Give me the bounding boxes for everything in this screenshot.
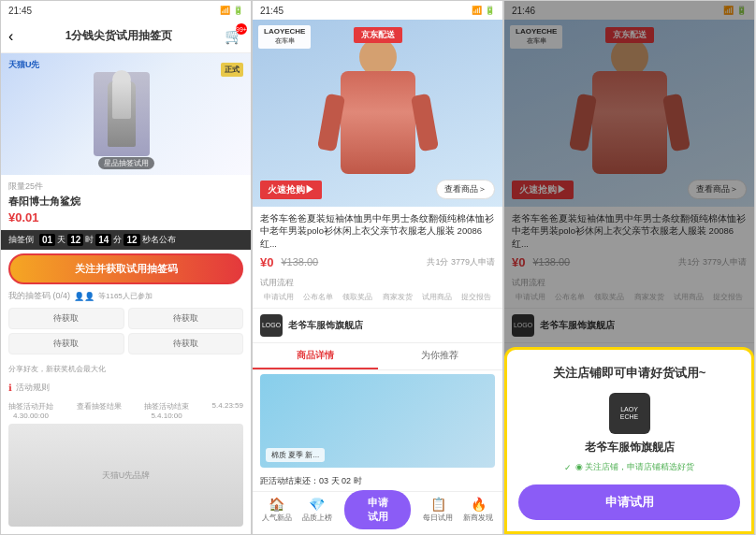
follow-popup-3: 关注店铺即可申请好货试用~ LAOYECHE 老爷车服饰旗舰店 ✓ ◉ 关注店铺… xyxy=(504,1,754,534)
nav-label-quality-2: 品质上榜 xyxy=(302,513,332,523)
days-seg-1: 01 xyxy=(39,234,55,246)
minutes-seg-1: 14 xyxy=(95,234,111,246)
bottom-brand-img-1: 天猫U先品牌 xyxy=(8,424,243,527)
cart-container-1[interactable]: 🛒 99+ xyxy=(225,27,243,45)
popup-store-info-3: LAOYECHE 老爷车服饰旗舰店 ✓ ◉ 关注店铺，申请店铺精选好货 xyxy=(518,393,740,473)
nav-label-daily-2: 每日试用 xyxy=(423,513,453,523)
time-display-1: 21:45 xyxy=(8,6,32,16)
bottom-bar-2: 🏠 人气新品 💎 品质上榜 申请试用 📋 每日试用 🔥 新商发现 xyxy=(253,491,502,528)
nav-item-popular-2[interactable]: 🏠 人气新品 xyxy=(256,497,297,523)
timeline-1: 抽签活动开始 4.30.00:00 查看抽签结果 抽签活动结束 5.4.10:0… xyxy=(1,398,251,424)
person-head-2 xyxy=(359,38,397,76)
store-row-2[interactable]: LOGO 老爷车服饰旗舰店 xyxy=(253,308,502,342)
countdown-time-1: 01天 12时 14分 12 秒名公布 xyxy=(39,234,176,246)
zhengshi-badge-1: 正式 xyxy=(221,63,243,77)
rules-label-1: 活动规则 xyxy=(16,382,50,394)
status-icons-2: 📶 🔋 xyxy=(472,6,495,15)
nav-item-new-2[interactable]: 🔥 新商发现 xyxy=(458,497,499,523)
rules-icon-1: ℹ xyxy=(8,383,12,393)
check-icon-3: ✓ xyxy=(564,463,572,472)
tag-item-1[interactable]: 待获取 xyxy=(8,308,124,329)
daily-icon-2: 📋 xyxy=(430,497,446,512)
phone-panel-1: 21:45 📶 🔋 ‹ 1分钱尖货试用抽签页 🛒 99+ 天猫U先 正式 星品抽… xyxy=(0,0,252,535)
store-badge-2: 京东配送 xyxy=(354,27,402,43)
tag-item-4[interactable]: 待获取 xyxy=(128,333,244,354)
product-info-1: 限量25件 春阳博士角鲨烷 ¥0.01 xyxy=(1,175,251,230)
step-2-2: 公布名单 xyxy=(299,292,337,302)
flash-badge-2[interactable]: 火速抢购▶ xyxy=(260,181,322,199)
tags-label-1: 我的抽签码 (0/4) xyxy=(8,290,70,302)
price-meta-2: 共1分 3779人申请 xyxy=(427,256,495,268)
product-name-1: 春阳博士角鲨烷 xyxy=(8,195,243,209)
timeline-date-1: 4.30.00:00 xyxy=(8,412,53,420)
status-icons-1: 📶 🔋 xyxy=(220,6,243,15)
timeline-item-4: 5.4.23:59 xyxy=(212,401,243,420)
nav-item-daily-2[interactable]: 📋 每日试用 xyxy=(418,497,458,523)
product-title-2: 老爷车爸爸夏装短袖体恤男中年男士条纹翻领纯棉体恤衫中老年男装polo衫休闲上衣父… xyxy=(253,207,502,255)
signal-icon-1: 📶 xyxy=(220,6,230,15)
step-5-2: 试用商品 xyxy=(418,292,456,302)
brand-logo-2: LAOYECHE在车串 xyxy=(258,25,311,49)
summer-label-2: 棉质 夏季 新... xyxy=(266,448,325,462)
countdown-label-1: 抽签倒 xyxy=(8,234,34,246)
page-title-1: 1分钱尖货试用抽签页 xyxy=(13,28,225,44)
hero-banner-1: 天猫U先 正式 星品抽签试用 xyxy=(1,53,251,175)
popup-store-desc-3: ◉ 关注店铺，申请店铺精选好货 xyxy=(575,461,695,473)
phone-panel-3: 21:46 📶 🔋 京东配送 LAOYECHE在车串 火速抢购▶ 查看商品＞ 老… xyxy=(503,0,755,535)
hero-image-2: 京东配送 LAOYECHE在车串 火速抢购▶ 查看商品＞ xyxy=(253,20,502,207)
cta-button-1[interactable]: 关注并获取试用抽签码 xyxy=(8,253,243,284)
timeline-date-4: 5.4.23:59 xyxy=(212,401,243,410)
popup-apply-btn-3[interactable]: 申请试用 xyxy=(518,484,740,520)
price-free-2: ¥0 xyxy=(260,255,273,269)
seconds-seg-1: 12 xyxy=(124,234,139,246)
timeline-label-2: 查看抽签结果 xyxy=(77,401,122,412)
recommend-image-2: 棉质 夏季 新... xyxy=(260,374,495,468)
popular-icon-2: 🏠 xyxy=(269,497,284,512)
step-6-2: 提交报告 xyxy=(458,292,495,302)
popup-follow-check-3: ✓ ◉ 关注店铺，申请店铺精选好货 xyxy=(564,461,695,473)
apply-button-2[interactable]: 申请试用 xyxy=(344,490,410,529)
top-nav-1: ‹ 1分钱尖货试用抽签页 🛒 99+ xyxy=(1,20,251,53)
timeline-item-1: 抽签活动开始 4.30.00:00 xyxy=(8,401,53,420)
timeline-label-1: 抽签活动开始 xyxy=(8,401,53,412)
tag-item-2[interactable]: 待获取 xyxy=(128,308,244,329)
phone-panel-2: 21:45 📶 🔋 京东配送 LAOYECHE在车串 火速抢购▶ 查看商品＞ 老… xyxy=(252,0,503,535)
price-orig-2: ¥138.00 xyxy=(281,256,318,268)
product-price-1: ¥0.01 xyxy=(8,210,243,224)
tags-grid-1: 待获取 待获取 待获取 待获取 xyxy=(1,308,251,360)
tags-section-1: 我的抽签码 (0/4) 👤👤 等1165人已参加 xyxy=(1,284,251,308)
status-time-1: 21:45 xyxy=(8,6,32,16)
battery-icon-1: 🔋 xyxy=(233,6,243,15)
person-body-2 xyxy=(341,71,415,174)
status-bar-2: 21:45 📶 🔋 xyxy=(253,1,502,20)
tags-avatars-1: 👤👤 xyxy=(74,292,94,301)
person-figure-2 xyxy=(336,38,420,188)
nav-label-popular-2: 人气新品 xyxy=(262,513,292,523)
cart-badge-1: 99+ xyxy=(236,23,247,35)
recommend-bg-2: 棉质 夏季 新... xyxy=(260,374,495,468)
tag-item-3[interactable]: 待获取 xyxy=(8,333,124,354)
new-icon-2: 🔥 xyxy=(471,497,487,512)
signal-icon-2: 📶 xyxy=(472,6,482,15)
limit-label-1: 限量25件 xyxy=(8,181,243,193)
timeline-date-3: 5.4.10:00 xyxy=(144,412,189,420)
brand-logo-1: 天猫U先 xyxy=(8,59,40,71)
step-1-2: 申请试用 xyxy=(260,292,298,302)
view-product-btn-2[interactable]: 查看商品＞ xyxy=(436,180,495,199)
quality-icon-2: 💎 xyxy=(309,497,325,512)
timeline-item-3: 抽签活动结束 5.4.10:00 xyxy=(144,401,189,420)
tab-recommend-2[interactable]: 为你推荐 xyxy=(378,343,503,369)
progress-section-2: 试用流程 申请试用 公布名单 领取奖品 商家发货 试用商品 提交报告 xyxy=(253,273,502,308)
cta-label-1: 关注并获取试用抽签码 xyxy=(75,263,178,274)
countdown-bar-1: 抽签倒 01天 12时 14分 12 秒名公布 xyxy=(1,230,251,250)
step-4-2: 商家发货 xyxy=(379,292,416,302)
battery-icon-2: 🔋 xyxy=(485,6,495,15)
nav-item-quality-2[interactable]: 💎 品质上榜 xyxy=(297,497,337,523)
progress-label-2: 试用流程 xyxy=(260,277,495,289)
popup-store-name-3: 老爷车服饰旗舰店 xyxy=(585,440,675,455)
store-name-2: 老爷车服饰旗舰店 xyxy=(288,319,363,332)
rules-section-1[interactable]: ℹ 活动规则 xyxy=(1,378,251,398)
time-display-2: 21:45 xyxy=(260,6,284,16)
follow-card-3: 关注店铺即可申请好货试用~ LAOYECHE 老爷车服饰旗舰店 ✓ ◉ 关注店铺… xyxy=(504,347,754,534)
tab-detail-2[interactable]: 商品详情 xyxy=(253,343,378,369)
